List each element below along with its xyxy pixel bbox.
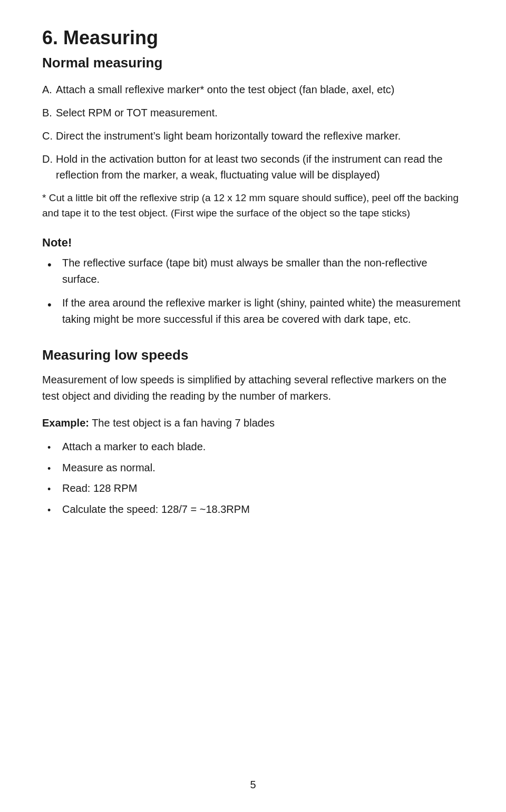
bullet-icon: •: [47, 441, 62, 455]
note-bullet-item: •If the area around the reflexive marker…: [47, 295, 464, 328]
list-label: C.: [42, 128, 56, 144]
note-label: Note!: [42, 236, 464, 250]
bullet-icon: •: [47, 462, 62, 477]
page: 6. Measuring Normal measuring A. Attach …: [0, 0, 506, 812]
bullet-text: If the area around the reflexive marker …: [62, 295, 464, 328]
note-bullet-item: •The reflective surface (tape bit) must …: [47, 255, 464, 288]
bullet-icon: •: [47, 503, 62, 518]
low-speeds-body: Measurement of low speeds is simplified …: [42, 372, 464, 404]
footnote-text: * Cut a little bit off the reflexive str…: [42, 190, 464, 221]
page-number: 5: [250, 779, 256, 791]
example-intro: Example: The test object is a fan having…: [42, 415, 464, 431]
list-label: D.: [42, 151, 56, 167]
bullet-text: Read: 128 RPM: [62, 480, 137, 497]
bullet-icon: •: [47, 296, 62, 314]
note-bullet-list: •The reflective surface (tape bit) must …: [47, 255, 464, 328]
normal-measuring-heading: Normal measuring: [42, 54, 464, 72]
bullet-icon: •: [47, 482, 62, 497]
list-item-d: D. Hold in the activation button for at …: [42, 151, 464, 183]
list-item-b: B. Select RPM or TOT measurement.: [42, 105, 464, 121]
bullet-icon: •: [47, 256, 62, 274]
list-item-a: A. Attach a small reflexive marker* onto…: [42, 82, 464, 97]
bullet-text: Attach a marker to each blade.: [62, 439, 206, 455]
list-text: Select RPM or TOT measurement.: [56, 105, 464, 121]
example-bullet-item: •Attach a marker to each blade.: [47, 439, 464, 455]
example-bullet-item: •Measure as normal.: [47, 460, 464, 477]
bullet-text: The reflective surface (tape bit) must a…: [62, 255, 464, 288]
list-item-c: C. Direct the instrument’s light beam ho…: [42, 128, 464, 144]
page-title: 6. Measuring: [42, 26, 464, 49]
example-bold: Example:: [42, 417, 89, 429]
bullet-text: Measure as normal.: [62, 460, 155, 476]
list-text: Direct the instrument’s light beam horiz…: [56, 128, 464, 144]
list-label: B.: [42, 105, 56, 121]
list-text: Attach a small reflexive marker* onto th…: [56, 82, 464, 97]
bullet-text: Calculate the speed: 128/7 = ~18.3RPM: [62, 501, 250, 518]
example-rest: The test object is a fan having 7 blades: [89, 417, 275, 429]
list-text: Hold in the activation button for at lea…: [56, 151, 464, 183]
normal-measuring-list: A. Attach a small reflexive marker* onto…: [42, 82, 464, 183]
low-speeds-heading: Measuring low speeds: [42, 346, 464, 364]
list-label: A.: [42, 82, 56, 97]
example-bullet-item: •Calculate the speed: 128/7 = ~18.3RPM: [47, 501, 464, 518]
example-bullet-list: •Attach a marker to each blade.•Measure …: [47, 439, 464, 519]
example-bullet-item: •Read: 128 RPM: [47, 480, 464, 497]
